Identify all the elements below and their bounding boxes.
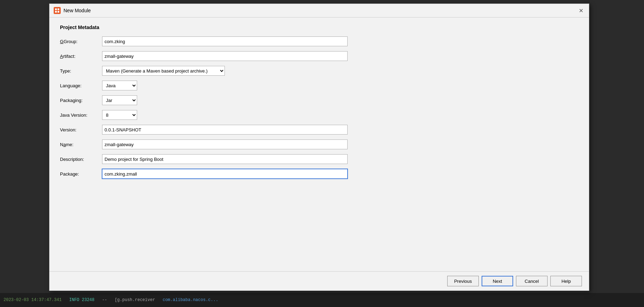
language-select[interactable]: Java Kotlin Groovy (102, 81, 137, 90)
type-row: Type: Maven (Generate a Maven based proj… (60, 66, 578, 76)
close-button[interactable]: ✕ (577, 7, 585, 14)
type-label: Type: (60, 68, 102, 74)
java-version-row: Java Version: 8 11 17 21 (60, 110, 578, 120)
dialog-footer: Previous Next Cancel Help (49, 271, 589, 291)
description-label: Description: (60, 157, 102, 162)
cancel-button[interactable]: Cancel (516, 276, 548, 286)
artifact-row: Artifact: (60, 51, 578, 61)
version-row: Version: (60, 125, 578, 135)
group-row: GGroup: (60, 36, 578, 46)
artifact-label: Artifact: (60, 54, 102, 59)
dialog-title: New Module (63, 8, 574, 13)
group-input[interactable] (102, 36, 348, 46)
next-button[interactable]: Next (482, 276, 513, 286)
dialog-titlebar: New Module ✕ (49, 4, 589, 18)
svg-rect-3 (58, 11, 59, 13)
svg-rect-1 (58, 8, 59, 10)
name-row: Name: (60, 139, 578, 149)
description-input[interactable] (102, 154, 348, 164)
app-icon (54, 7, 61, 14)
package-input[interactable] (102, 169, 348, 179)
type-select[interactable]: Maven (Generate a Maven based project ar… (102, 66, 225, 76)
ide-log-bar: 2023-02-03 14:37:47.341 INFO 23248 -- [g… (0, 293, 644, 307)
log-path: com.alibaba.nacos.c... (163, 298, 218, 302)
log-date: 2023-02-03 14:37:47.341 (4, 298, 62, 302)
log-separator: -- (102, 298, 107, 302)
package-row: Package: (60, 169, 578, 179)
packaging-select[interactable]: Jar War (102, 95, 137, 105)
log-message: [g.push.receiver (115, 298, 155, 302)
svg-rect-0 (55, 8, 57, 10)
version-label: Version: (60, 127, 102, 132)
language-label: Language: (60, 83, 102, 88)
log-entry: 2023-02-03 14:37:47.341 INFO 23248 -- [g… (4, 298, 218, 302)
name-input[interactable] (102, 139, 348, 149)
packaging-label: Packaging: (60, 98, 102, 103)
language-row: Language: Java Kotlin Groovy (60, 81, 578, 90)
group-label: GGroup: (60, 39, 102, 44)
packaging-row: Packaging: Jar War (60, 95, 578, 105)
dialog-content: Project Metadata GGroup: Artifact: Type:… (49, 18, 589, 271)
previous-button[interactable]: Previous (447, 276, 479, 286)
section-title: Project Metadata (60, 25, 578, 30)
new-module-dialog: New Module ✕ Project Metadata GGroup: Ar… (49, 4, 589, 291)
svg-rect-2 (55, 11, 57, 13)
log-level: INFO 23248 (69, 298, 94, 302)
version-input[interactable] (102, 125, 348, 135)
description-row: Description: (60, 154, 578, 164)
help-button[interactable]: Help (550, 276, 582, 286)
artifact-input[interactable] (102, 51, 348, 61)
java-version-label: Java Version: (60, 112, 102, 118)
java-version-select[interactable]: 8 11 17 21 (102, 110, 137, 120)
package-label: Package: (60, 171, 102, 177)
name-label: Name: (60, 142, 102, 147)
